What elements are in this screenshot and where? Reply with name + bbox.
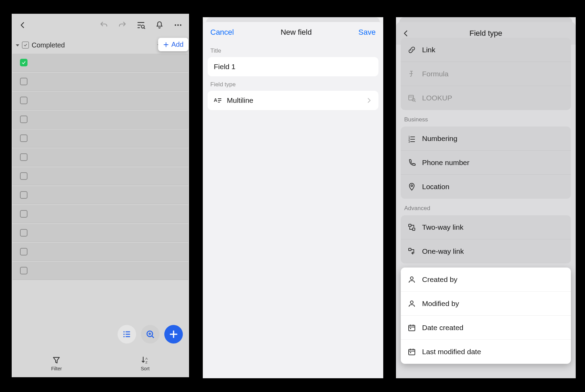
table-row[interactable] <box>12 205 188 223</box>
notifications-icon[interactable] <box>154 20 165 31</box>
field-type-option-label: Last modified date <box>422 348 481 356</box>
sort-icon: A Z <box>141 356 150 364</box>
fieldtype-selector[interactable]: A Multiline <box>208 91 378 110</box>
field-type-option[interactable]: LOOKUP <box>401 86 571 110</box>
filter-icon <box>52 356 61 364</box>
field-type-option-label: Date created <box>422 324 463 332</box>
fieldtype-value: Multiline <box>227 96 253 105</box>
svg-rect-49 <box>410 352 411 353</box>
svg-point-38 <box>410 277 413 280</box>
fab-add-button[interactable] <box>164 325 183 344</box>
table-row[interactable] <box>12 167 188 185</box>
table-row[interactable] <box>12 54 188 72</box>
user-icon <box>408 300 416 308</box>
calendar-icon <box>408 348 416 356</box>
svg-line-15 <box>152 336 154 338</box>
checkbox-cell[interactable] <box>20 229 27 237</box>
table-row[interactable] <box>12 73 188 91</box>
panel-list-view: Completed Add <box>12 14 189 377</box>
undo-button[interactable] <box>98 20 109 31</box>
svg-text:3: 3 <box>408 140 410 143</box>
link-icon <box>408 46 416 54</box>
checkbox-cell[interactable] <box>20 191 27 199</box>
tab-filter-label: Filter <box>51 366 62 371</box>
field-type-option-label: Modified by <box>422 300 459 308</box>
table-row[interactable] <box>12 91 188 110</box>
svg-rect-36 <box>412 228 415 230</box>
panel-new-field: Cancel New field Save Title Field 1 Fiel… <box>203 17 383 378</box>
svg-text:A: A <box>145 357 148 360</box>
user-icon <box>408 275 416 284</box>
svg-point-7 <box>180 24 181 26</box>
field-type-option[interactable]: Last modified date <box>401 340 571 364</box>
svg-rect-24 <box>409 95 413 100</box>
table-row[interactable] <box>12 224 188 242</box>
field-type-option-label: Link <box>422 46 435 54</box>
section-business-label: Business <box>396 110 576 127</box>
checkbox-cell[interactable] <box>20 153 27 161</box>
checkbox-cell[interactable] <box>20 59 27 66</box>
svg-rect-45 <box>409 349 415 355</box>
field-type-option[interactable]: Location <box>401 175 571 199</box>
fab-list-icon[interactable] <box>118 325 136 344</box>
list-header <box>12 14 189 36</box>
checkbox-cell[interactable] <box>20 267 27 274</box>
svg-point-12 <box>123 336 125 337</box>
table-row[interactable] <box>12 148 188 166</box>
checkbox-cell[interactable] <box>20 116 27 123</box>
field-type-option[interactable]: Date created <box>401 316 571 340</box>
section-title-label: Title <box>203 43 383 57</box>
table-row[interactable] <box>12 129 188 148</box>
field-type-option[interactable]: Phone number <box>401 151 571 175</box>
field-type-option[interactable]: Two-way link <box>401 215 571 239</box>
column-header-completed[interactable]: Completed <box>22 41 65 49</box>
more-icon[interactable] <box>173 20 184 31</box>
tab-sort[interactable]: A Z Sort <box>141 356 150 371</box>
save-button[interactable]: Save <box>358 28 376 37</box>
fab-zoom-icon[interactable] <box>141 325 159 344</box>
cancel-button[interactable]: Cancel <box>210 28 234 37</box>
checkbox-cell[interactable] <box>20 78 27 85</box>
multiline-icon: A <box>214 96 222 105</box>
back-button[interactable] <box>17 20 28 31</box>
field-type-option[interactable]: Created by <box>401 268 571 292</box>
field-type-option[interactable]: Modified by <box>401 292 571 316</box>
data-rows <box>12 54 189 280</box>
add-field-popover[interactable]: Add <box>158 38 188 51</box>
field-type-option-label: LOOKUP <box>422 94 452 102</box>
table-row[interactable] <box>12 110 188 129</box>
collapse-caret-icon[interactable] <box>16 44 19 46</box>
field-type-option[interactable]: Link <box>401 38 571 62</box>
checkbox-cell[interactable] <box>20 210 27 218</box>
search-list-icon[interactable] <box>135 20 146 31</box>
field-type-option[interactable]: Formula <box>401 62 571 86</box>
table-row[interactable] <box>12 262 188 280</box>
svg-line-4 <box>144 28 145 29</box>
fab-row <box>118 325 183 344</box>
field-type-popup: Created byModified byDate createdLast mo… <box>401 268 571 364</box>
svg-point-3 <box>141 25 144 28</box>
field-title-input[interactable]: Field 1 <box>208 57 378 76</box>
field-type-option[interactable]: 123Numbering <box>401 127 571 151</box>
field-type-option-label: Formula <box>422 70 449 78</box>
location-icon <box>408 183 416 191</box>
twoway-icon <box>408 223 416 231</box>
checkbox-cell[interactable] <box>20 97 27 104</box>
checkbox-cell[interactable] <box>20 248 27 255</box>
table-row[interactable] <box>12 243 188 261</box>
tab-filter[interactable]: Filter <box>51 356 62 371</box>
back-button[interactable] <box>402 30 412 37</box>
checkbox-cell[interactable] <box>20 134 27 142</box>
svg-point-8 <box>123 331 125 333</box>
redo-button[interactable] <box>117 20 128 31</box>
formula-icon <box>408 70 416 78</box>
checkbox-cell[interactable] <box>20 172 27 180</box>
field-type-option[interactable]: One-way link <box>401 239 571 263</box>
field-type-option-label: Numbering <box>422 134 457 143</box>
table-row[interactable] <box>12 186 188 204</box>
bottom-tabbar: Filter A Z Sort <box>12 350 189 377</box>
calendar-icon <box>408 324 416 332</box>
column-header-row: Completed Add <box>12 36 189 54</box>
field-type-option-label: One-way link <box>422 247 464 255</box>
svg-text:Z: Z <box>145 360 147 364</box>
